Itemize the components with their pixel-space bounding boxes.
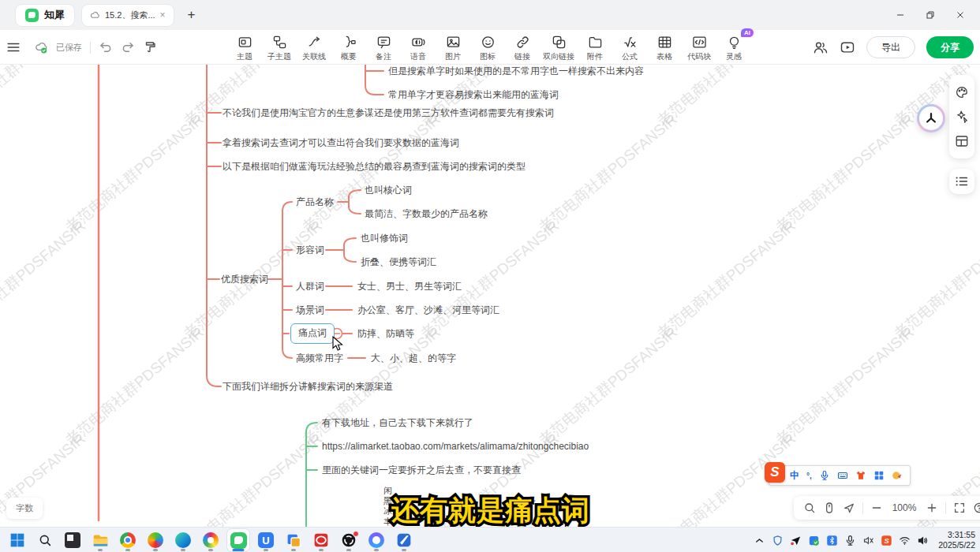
sogou-logo-icon[interactable]: S: [765, 462, 785, 483]
taskbar-app-dark-icon[interactable]: [62, 529, 84, 551]
mindmap-canvas[interactable]: 老范电商社群PDSFANSIR老范电商社群PDSFANSIR老范电商社群PDSF…: [0, 65, 980, 527]
mindmap-node[interactable]: 拿着搜索词去查词才可以查出符合我们要求数据的蓝海词: [223, 136, 459, 150]
taskbar-app-rainbow-icon[interactable]: [200, 529, 222, 551]
outline-panel-button[interactable]: [949, 169, 974, 194]
collaborators-icon[interactable]: [813, 39, 829, 55]
taskbar-zhixi-icon[interactable]: [227, 529, 249, 551]
tray-clock[interactable]: 3:31:55 2025/5/22: [938, 530, 975, 550]
mindmap-node[interactable]: 形容词: [296, 243, 324, 257]
mindmap-node[interactable]: 防摔、防晒等: [357, 326, 414, 341]
mindmap-node[interactable]: 以下是根据咱们做蓝海玩法经验总结的最容易查到蓝海词的搜索词的类型: [223, 159, 526, 173]
share-button[interactable]: 分享: [926, 36, 974, 58]
taskbar-search-icon[interactable]: [34, 529, 56, 551]
tool-image[interactable]: 图片: [439, 32, 467, 65]
tool-table[interactable]: 表格: [650, 32, 679, 65]
mindmap-node[interactable]: 也叫核心词: [365, 183, 412, 197]
mindmap-node[interactable]: 折叠、便携等词汇: [361, 255, 436, 269]
tray-sogou-icon[interactable]: S: [881, 535, 892, 546]
ime-mic-icon[interactable]: [819, 470, 830, 481]
taskbar-obs-icon[interactable]: [338, 529, 360, 551]
tray-security-shield-icon[interactable]: [772, 535, 784, 546]
tool-inspiration[interactable]: 灵感AI: [720, 32, 748, 65]
taskbar-explorer-icon[interactable]: [89, 529, 111, 551]
ime-toolbox-icon[interactable]: [873, 470, 885, 481]
tool-link[interactable]: 链接: [508, 32, 537, 65]
taskbar-chrome-icon[interactable]: [117, 529, 139, 551]
tray-mic-icon[interactable]: [844, 535, 856, 546]
tray-updater-icon[interactable]: [808, 535, 820, 546]
undo-icon[interactable]: [99, 40, 113, 54]
mindmap-node[interactable]: https://alimarket.taobao.com/markets/ali…: [322, 439, 589, 453]
mindmap-node[interactable]: 产品名称: [296, 195, 334, 209]
mindmap-node[interactable]: 最简洁、字数最少的产品名称: [365, 207, 488, 221]
beautify-wand-icon[interactable]: [955, 110, 969, 124]
mindmap-node[interactable]: 女士、男士、男生等词汇: [357, 279, 462, 293]
ime-skin-icon[interactable]: [855, 470, 866, 481]
help-icon[interactable]: [973, 502, 980, 514]
taskbar-edge-icon[interactable]: [172, 529, 194, 551]
tool-note[interactable]: 备注: [369, 32, 398, 65]
tool-relation[interactable]: 关联线: [300, 32, 328, 65]
ai-assistant-button[interactable]: [917, 104, 945, 132]
restore-button[interactable]: [918, 5, 942, 25]
taskbar-app-shield-icon[interactable]: [393, 529, 415, 551]
ime-punctuation[interactable]: °,: [806, 472, 812, 480]
ime-mode-chinese[interactable]: 中: [790, 469, 799, 483]
tool-smiley[interactable]: 图标: [473, 32, 502, 65]
tray-chevron-up-icon[interactable]: [754, 535, 765, 546]
tab-close-icon[interactable]: ×: [160, 9, 166, 21]
redo-icon[interactable]: [121, 40, 135, 54]
mindmap-node[interactable]: 有下载地址，自己去下载下来就行了: [322, 416, 473, 430]
mindmap-node[interactable]: 优质搜索词: [221, 272, 268, 286]
tool-formula[interactable]: 公式: [615, 32, 644, 65]
theme-palette-icon[interactable]: [955, 85, 969, 99]
taskbar-browser-360-icon[interactable]: [144, 529, 166, 551]
taskbar-start-icon[interactable]: [6, 529, 28, 551]
mindmap-node[interactable]: 大、小、超、的等字: [371, 351, 456, 365]
mindmap-node[interactable]: 常用单字才更容易搜索出来能用的蓝海词: [388, 88, 559, 102]
export-button[interactable]: 导出: [866, 36, 915, 58]
taskbar-app-u-icon[interactable]: U: [255, 529, 277, 551]
mindmap-node[interactable]: 不论我们是使用淘宝官方的生意参谋还是使用第三方软件查词都需要先有搜索词: [223, 106, 554, 120]
drag-mode-icon[interactable]: [823, 502, 836, 514]
tool-theme[interactable]: 主题: [230, 32, 259, 65]
zoom-in-button[interactable]: [926, 502, 938, 514]
mindmap-node[interactable]: 下面我们详细拆分讲解搜索词的来源渠道: [223, 379, 393, 393]
taskbar-app-red-icon[interactable]: [310, 529, 332, 551]
close-button[interactable]: [948, 5, 972, 25]
mindmap-node[interactable]: 场景词: [296, 303, 324, 317]
taskbar-app-squares-icon[interactable]: [282, 529, 305, 551]
locate-center-icon[interactable]: [843, 502, 855, 514]
tray-wifi-icon[interactable]: [899, 535, 911, 546]
tool-bilink[interactable]: 双向链接: [543, 32, 574, 65]
tray-audio-device-icon[interactable]: [862, 535, 874, 546]
taskbar-app-ring-icon[interactable]: [365, 529, 387, 551]
zoom-out-button[interactable]: [870, 502, 883, 514]
mindmap-node[interactable]: 但是搜索单字时如果使用的是不常用字也一样搜索不出来内容: [388, 65, 644, 78]
canvas-search-icon[interactable]: [803, 502, 816, 514]
tool-attachment[interactable]: 附件: [581, 32, 609, 65]
mindmap-node[interactable]: 人群词: [296, 279, 324, 293]
presentation-icon[interactable]: [840, 39, 855, 55]
minimize-button[interactable]: [888, 5, 912, 25]
tool-subtopic[interactable]: 子主题: [265, 32, 294, 65]
ime-emoji-icon[interactable]: [892, 470, 903, 481]
mindmap-node[interactable]: 办公室、客厅、沙滩、河里等词汇: [357, 303, 499, 317]
new-tab-button[interactable]: +: [188, 7, 196, 23]
tray-volume-icon[interactable]: [917, 535, 929, 546]
ime-keyboard-icon[interactable]: [837, 470, 848, 481]
app-logo-tab[interactable]: 知犀: [16, 5, 74, 26]
mindmap-node[interactable]: 也叫修饰词: [361, 231, 408, 245]
structure-layout-icon[interactable]: [955, 134, 969, 148]
tool-summary[interactable]: 概要: [335, 32, 363, 65]
tool-code[interactable]: 代码块: [685, 32, 713, 65]
mindmap-node[interactable]: 高频常用字: [296, 351, 343, 365]
mindmap-node-selected[interactable]: 痛点词: [290, 323, 335, 344]
tool-voice[interactable]: 语音: [404, 32, 432, 65]
tray-telegram-icon[interactable]: [790, 535, 802, 546]
document-tab[interactable]: 15.2、搜索... ×: [82, 5, 174, 26]
menu-hamburger-icon[interactable]: [6, 40, 21, 54]
mindmap-node[interactable]: 里面的关键词一定要拆开之后去查，不要直接查: [322, 463, 521, 477]
tray-bluetooth-icon[interactable]: [826, 535, 838, 546]
format-painter-icon[interactable]: [143, 40, 157, 54]
